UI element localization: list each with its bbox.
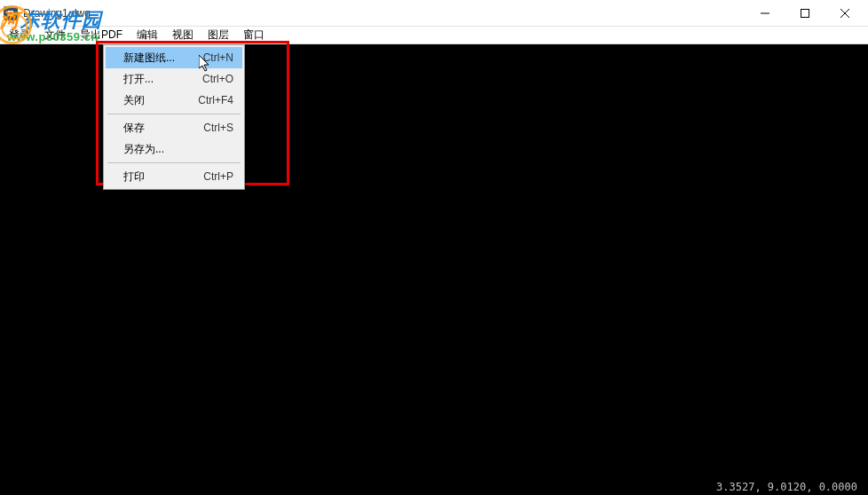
- menu-save-as[interactable]: 另存为...: [106, 138, 242, 160]
- window-title: Drawing1.dwg: [23, 7, 745, 20]
- menu-new-drawing[interactable]: 新建图纸... Ctrl+N: [106, 47, 242, 68]
- menu-export-pdf[interactable]: 导出PDF: [73, 26, 130, 44]
- menu-separator: [107, 162, 241, 163]
- coordinates-display: 3.3527, 9.0120, 0.0000: [716, 481, 857, 493]
- menu-item-shortcut: Ctrl+F4: [198, 94, 233, 106]
- menu-item-shortcut: Ctrl+N: [203, 51, 233, 64]
- menu-item-shortcut: Ctrl+O: [202, 73, 233, 85]
- menu-print[interactable]: 打印 Ctrl+P: [106, 166, 242, 187]
- menu-save[interactable]: 保存 Ctrl+S: [106, 117, 242, 138]
- close-button[interactable]: [825, 0, 864, 27]
- maximize-button[interactable]: [785, 0, 825, 27]
- statusbar: 3.3527, 9.0120, 0.0000: [0, 479, 868, 495]
- menu-edit[interactable]: 编辑: [130, 26, 165, 44]
- titlebar: Drawing1.dwg: [0, 0, 868, 27]
- menu-item-label: 关闭: [123, 93, 198, 108]
- menu-close[interactable]: 关闭 Ctrl+F4: [106, 90, 242, 111]
- file-dropdown-menu: 新建图纸... Ctrl+N 打开... Ctrl+O 关闭 Ctrl+F4 保…: [103, 44, 245, 190]
- menu-item-label: 另存为...: [123, 142, 233, 157]
- menu-open[interactable]: 打开... Ctrl+O: [106, 68, 242, 90]
- app-icon: [4, 6, 18, 20]
- menu-layer[interactable]: 图层: [201, 26, 236, 44]
- window-controls: [745, 0, 864, 27]
- menu-item-shortcut: Ctrl+S: [203, 122, 233, 134]
- menu-separator: [107, 114, 241, 114]
- minimize-button[interactable]: [745, 0, 785, 27]
- menu-file[interactable]: 文件: [37, 26, 73, 44]
- menu-item-label: 保存: [123, 121, 203, 136]
- menu-view[interactable]: 视图: [165, 26, 201, 44]
- svg-rect-0: [801, 9, 809, 17]
- menu-window[interactable]: 窗口: [236, 26, 272, 44]
- menu-login[interactable]: 登录: [2, 26, 37, 44]
- menu-item-label: 打印: [123, 169, 203, 185]
- menu-item-label: 新建图纸...: [123, 51, 203, 66]
- menubar: 登录 文件 导出PDF 编辑 视图 图层 窗口: [0, 27, 868, 44]
- menu-item-label: 打开...: [123, 72, 202, 87]
- menu-item-shortcut: Ctrl+P: [203, 170, 233, 183]
